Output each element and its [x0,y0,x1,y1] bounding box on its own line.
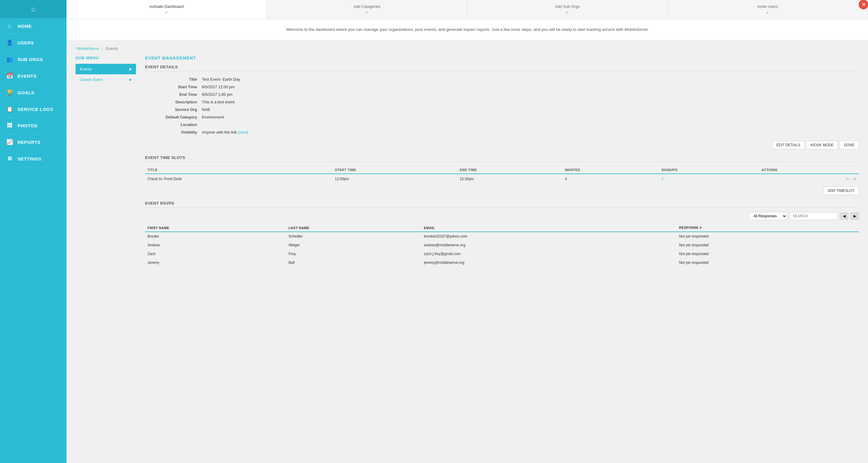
ts-col-title: TITLE [145,166,333,174]
wizard-step-label-2: Add Sub Orgs [555,4,580,9]
detail-label-visibility: Visibility [145,128,199,136]
timeslots-table: TITLE START TIME END TIME WANTED SIGNUPS… [145,166,859,184]
detail-value-location [199,121,859,128]
rsvp-cell-last: Weigel [286,241,422,250]
list-item: Zach Frey zach.j.frey@gmail.com Not yet … [145,250,859,258]
detail-row-location: Location [145,121,859,128]
rsvp-next-button[interactable]: ▶ [851,212,859,220]
detail-value-visibility: Anyone with the link [view] [199,128,859,136]
rsvp-controls: All ResponsesRespondedNot Responded ◀ ▶ [145,212,859,220]
wizard-step-2[interactable]: Add Sub Orgs✓ [467,0,668,19]
main-content: Activate Dashboard✓Add Categories✓Add Su… [66,0,868,463]
content-area: *MobileServe / Events SUB MENU Events ▶ … [66,40,868,463]
sidebar-item-suborgs[interactable]: 👥SUB ORGS [0,51,66,68]
wizard-welcome-text: Welcome to the dashboard where you can m… [286,27,648,32]
detail-row-description: Description This is a test event [145,98,859,106]
detail-value-description: This is a test event [199,98,859,106]
add-timeslot-button[interactable]: ADD TIMESLOT [823,186,859,195]
sidebar-item-events[interactable]: 📅EVENTS [0,68,66,84]
breadcrumb-sep: / [102,46,103,51]
sidebar-item-servicelogs[interactable]: 📋SERVICE LOGS [0,101,66,118]
visibility-link[interactable]: [view] [238,130,248,134]
ts-cell-actions: ✏ ✕ [759,174,859,184]
timeslots-title: EVENT TIME SLOTS [145,155,859,162]
rsvp-table: FIRST NAME LAST NAME EMAIL RESPONSE ▾ Br… [145,224,859,267]
detail-row-title: Title Test Event- Earth Day [145,75,859,83]
ts-col-start: START TIME [333,166,457,174]
rsvp-cell-email: andrew@mobileserve.org [422,241,677,250]
event-details-section: EVENT DETAILS Title Test Event- Earth Da… [145,65,859,149]
wizard-bar: Activate Dashboard✓Add Categories✓Add Su… [66,0,868,19]
wizard-step-check-2: ✓ [565,10,569,15]
rsvp-cell-response: Not yet responded [677,241,859,250]
sidebar-logo: ⌂ [0,0,66,18]
wizard-close-button[interactable]: ✕ [859,0,868,9]
event-management-title: EVENT MANAGEMENT [145,56,859,60]
breadcrumb-org[interactable]: *MobileServe [75,46,99,51]
sidebar-label-users: USERS [18,40,34,45]
sidebar-item-reports[interactable]: 📈REPORTS [0,134,66,151]
breadcrumb: *MobileServe / Events [75,46,859,51]
ts-col-wanted: WANTED [562,166,659,174]
sidebar-label-home: HOME [18,24,32,29]
wizard-step-check-1: ✓ [365,10,369,15]
ts-col-actions: ACTIONS [759,166,859,174]
rsvp-col-last-name: LAST NAME [286,224,422,232]
detail-value-title: Test Event- Earth Day [199,75,859,83]
submenu-item-events[interactable]: Events ▶ [75,64,136,74]
event-management: EVENT MANAGEMENT EVENT DETAILS Title Tes… [145,56,859,267]
detail-value-default-category: Environment [199,113,859,121]
rsvp-cell-first: Andrew [145,241,286,250]
ts-edit-icon[interactable]: ✏ [846,177,849,181]
photos-icon: 🖼 [6,122,13,129]
kiosk-mode-button[interactable]: KIOSK MODE [806,141,838,149]
detail-label-title: Title [145,75,199,83]
ts-cell-title: Check In- Front Desk [145,174,333,184]
submenu-events-arrow: ▶ [129,67,132,71]
ts-delete-icon[interactable]: ✕ [853,177,857,181]
submenu-create-arrow: ▶ [129,78,132,82]
detail-value-start-time: 6/5/2017 12:00 pm [199,83,859,91]
submenu-events-label: Events [80,67,92,71]
rsvp-prev-button[interactable]: ◀ [840,212,848,220]
wizard-step-3[interactable]: Invite Users✓ [668,0,868,19]
sidebar: ⌂ ⌂HOME👤USERS👥SUB ORGS📅EVENTS🏆GOALS📋SERV… [0,0,66,463]
sidebar-item-home[interactable]: ⌂HOME [0,18,66,34]
rsvp-search-input[interactable] [789,212,838,220]
wizard-step-1[interactable]: Add Categories✓ [267,0,467,19]
sidebar-item-goals[interactable]: 🏆GOALS [0,84,66,101]
wizard-step-label-1: Add Categories [353,4,380,9]
wizard-step-label-0: Activate Dashboard [149,4,183,9]
ts-col-signups: SIGNUPS [659,166,759,174]
ts-cell-signups[interactable]: 0 [659,174,759,184]
wizard-step-check-0: ✓ [165,10,168,15]
detail-label-start-time: Start Time [145,83,199,91]
sidebar-item-photos[interactable]: 🖼PHOTOS [0,118,66,134]
sidebar-label-servicelogs: SERVICE LOGS [18,107,53,112]
detail-row-service-org: Service Org NAB [145,106,859,113]
rsvp-cell-last: Schedler [286,232,422,241]
detail-value-end-time: 6/5/2017 1:00 pm [199,91,859,98]
done-button[interactable]: DONE [839,141,859,149]
sidebar-label-suborgs: SUB ORGS [18,57,43,62]
rsvp-cell-email: zach.j.frey@gmail.com [422,250,677,258]
submenu-item-create-event[interactable]: Create Event ▶ [75,75,136,84]
edit-details-button[interactable]: EDIT DETAILS [772,141,805,149]
rsvp-cell-email: brookie20187@yahoo.com [422,232,677,241]
submenu-create-event-label: Create Event [80,78,103,82]
sidebar-label-reports: REPORTS [18,140,40,145]
rsvp-filter-select[interactable]: All ResponsesRespondedNot Responded [749,212,787,220]
sidebar-item-users[interactable]: 👤USERS [0,34,66,51]
sidebar-item-settings[interactable]: ⚙SETTINGS [0,151,66,167]
rsvp-cell-response: Not yet responded [677,250,859,258]
suborgs-icon: 👥 [6,56,13,63]
rsvp-col-response[interactable]: RESPONSE ▾ [677,224,859,232]
home-icon: ⌂ [6,23,13,29]
event-action-buttons: EDIT DETAILS KIOSK MODE DONE [145,141,859,149]
wizard-step-0[interactable]: Activate Dashboard✓ [66,0,267,19]
users-icon: 👤 [6,39,13,46]
rsvp-cell-last: Ball [286,258,422,267]
servicelogs-icon: 📋 [6,106,13,113]
rsvps-section: EVENT RSVPS All ResponsesRespondedNot Re… [145,201,859,267]
rsvp-cell-response: Not yet responded [677,258,859,267]
